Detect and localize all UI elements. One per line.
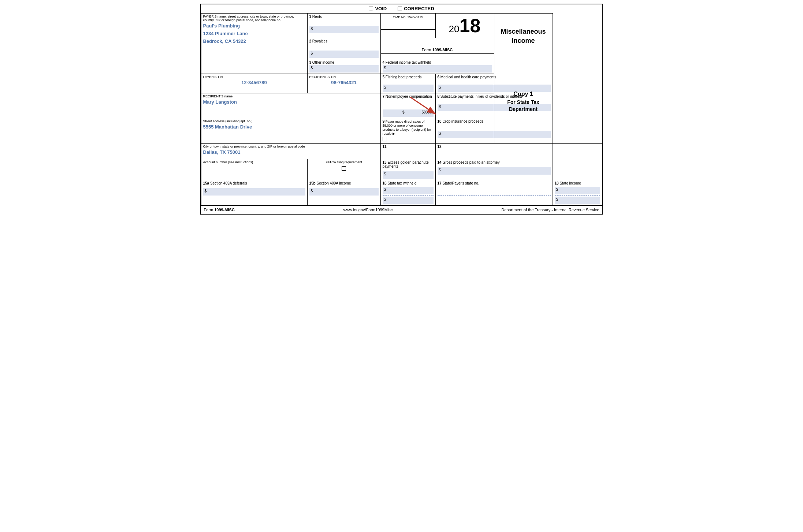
row-account-right [553, 159, 602, 180]
svg-line-1 [410, 97, 436, 114]
box15a-label: Section 409A deferrals [210, 181, 247, 185]
box1-label: Rents [312, 15, 322, 19]
box10-num: 10 [438, 119, 442, 123]
footer-website: www.irs.gov/Form1099Misc [343, 208, 393, 212]
year-prefix: 20 [449, 23, 460, 34]
account-label: Account number (see instructions) [203, 160, 305, 164]
box7-num: 7 [383, 94, 385, 98]
box13-value: $ [383, 171, 434, 179]
box17-cell: 17 State/Payer's state no. [435, 180, 553, 205]
void-section: VOID [369, 6, 387, 11]
form-spacer [380, 53, 494, 59]
corrected-checkbox[interactable] [398, 7, 402, 11]
row-state: 15a Section 409A deferrals $ 15b Section… [201, 180, 602, 205]
box15b-num: 15b [309, 181, 316, 185]
box5-num: 5 [383, 75, 385, 79]
box1-cell: 1 Rents $ [307, 14, 380, 38]
row-street-addr: Street address (including apt. no.) 5555… [201, 118, 602, 144]
box3-value: $ [309, 65, 379, 72]
box15b-cell: 15b Section 409A income $ [307, 180, 380, 205]
box6-num: 6 [438, 75, 440, 79]
form-name-label: Form 1099-MISC [422, 48, 453, 52]
payer-tin-label: PAYER'S TIN [203, 75, 305, 79]
box14-cell: 14 Gross proceeds paid to an attorney $ [435, 159, 553, 180]
box9-checkbox[interactable] [383, 137, 387, 141]
row-city: City or town, state or province, country… [201, 144, 602, 159]
box8-label: Substitute payments in lieu of dividends… [440, 94, 522, 98]
box12-num: 12 [438, 145, 442, 149]
box10-value: $ [438, 131, 551, 138]
box1-header: 1 Rents [309, 15, 379, 19]
void-label: VOID [375, 6, 387, 11]
fatca-checkbox[interactable] [342, 166, 346, 171]
recipient-name-cell: RECIPIENT'S name Mary Langston [201, 93, 380, 118]
box17-num: 17 [438, 181, 442, 185]
box6-cell: 6 Medical and health care payments $ [435, 74, 553, 93]
corrected-label: CORRECTED [404, 6, 434, 11]
box5-value: $ [383, 85, 434, 92]
misc-income-cell: Miscellaneous Income [494, 14, 553, 59]
box3-label: Other income [312, 60, 334, 64]
row-account: Account number (see instructions) FATCA … [201, 159, 602, 180]
box4-value: $ [383, 65, 492, 72]
box11-num: 11 [383, 145, 387, 149]
payer-bottom-spacer [201, 59, 307, 74]
recipient-tin-value: 98-7654321 [309, 79, 379, 86]
box5-cell: 5 Fishing boat proceeds $ [380, 74, 435, 93]
box6-label: Medical and health care payments [440, 75, 496, 79]
box13-cell: 13 Excess golden parachute payments $ [380, 159, 435, 180]
box15a-cell: 15a Section 409A deferrals $ [201, 180, 307, 205]
recipient-tin-cell: RECIPIENT'S TIN 98-7654321 [307, 74, 380, 93]
payer-name: Paul's Plumbing [203, 22, 305, 30]
recipient-name-label: RECIPIENT'S name [203, 94, 379, 98]
row-boxes3-4: 3 Other income $ 4 Federal income tax wi… [201, 59, 602, 74]
misc-income-title: Miscellaneous Income [501, 28, 546, 44]
box16-value2: $ [383, 197, 434, 204]
box18-label: State income [560, 181, 581, 185]
box13-num: 13 [383, 160, 387, 164]
box15a-num: 15a [203, 181, 209, 185]
recipient-name-value: Mary Langston [203, 98, 379, 106]
box16-value1: $ [383, 187, 434, 194]
payer-tin-value: 12-3456789 [203, 79, 305, 86]
box2-cell: 2 Royalties $ [307, 38, 380, 59]
box18-cell: 18 State income $ $ [553, 180, 602, 205]
box16-num: 16 [383, 181, 387, 185]
box2-num: 2 [309, 39, 312, 43]
box9-label: Payer made direct sales of $5,000 or mor… [383, 120, 431, 135]
box5-label: Fishing boat proceeds [386, 75, 421, 79]
box6-value: $ [438, 85, 551, 92]
year-spacer [380, 29, 435, 38]
box2-value: $ [309, 51, 379, 58]
payer-tin-cell: PAYER'S TIN 12-3456789 [201, 74, 307, 93]
arrow-annotation [403, 95, 447, 117]
city-label: City or town, state or province, country… [203, 145, 379, 148]
form-name-bold: 1099-MISC [432, 48, 453, 52]
box4-cell: 4 Federal income tax withheld $ [380, 59, 494, 74]
box18-num: 18 [555, 181, 559, 185]
box13-label: Excess golden parachute payments [383, 160, 429, 168]
payer-address: 1234 Plummer Lane [203, 30, 305, 37]
footer-form-label: Form 1099-MISC [204, 208, 235, 212]
void-checkbox[interactable] [369, 7, 373, 11]
city-cell: City or town, state or province, country… [201, 144, 380, 159]
box9-cell: 9 Payer made direct sales of $5,000 or m… [380, 118, 435, 144]
box18-value1: $ [555, 187, 600, 194]
box1-value: $ [309, 26, 379, 33]
footer-dept: Department of the Treasury - Internal Re… [501, 208, 599, 212]
payer-city: Bedrock, CA 54322 [203, 37, 305, 45]
box18-value2: $ [555, 197, 600, 204]
box10-label: Crop insurance proceeds [442, 119, 483, 123]
box12-cell: 12 [435, 144, 553, 159]
payer-cell: PAYER'S name, street address, city or to… [201, 14, 307, 59]
box14-label: Gross proceeds paid to an attorney [442, 160, 499, 164]
box4-num: 4 [383, 60, 385, 64]
street-label: Street address (including apt. no.) [203, 119, 379, 123]
box7-cell: 7 Nonemployee compensation $ 50000 [380, 93, 435, 118]
omb-cell: OMB No. 1545-0115 [380, 14, 435, 30]
box11-cell: 11 [380, 144, 435, 159]
fatca-cell: FATCA filing requirement [307, 159, 380, 180]
box15a-value: $ [203, 188, 305, 196]
box3-cell: 3 Other income $ [307, 59, 380, 74]
recipient-tin-label: RECIPIENT'S TIN [309, 75, 379, 79]
